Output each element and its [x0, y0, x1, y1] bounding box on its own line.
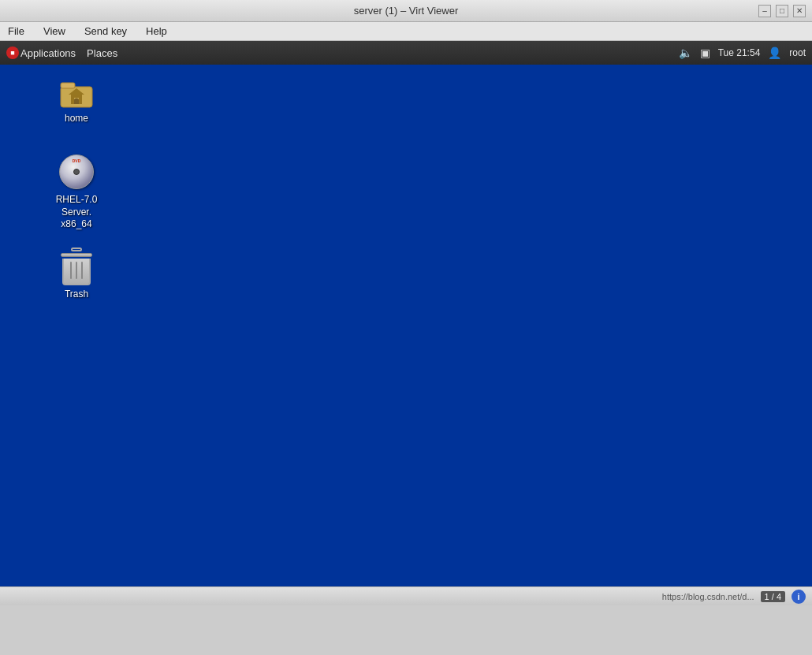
window-title: server (1) – Virt Viewer: [354, 5, 458, 17]
menu-send-key[interactable]: Send key: [81, 24, 130, 39]
desktop-icon-trash[interactable]: Trash: [45, 244, 108, 304]
svg-rect-1: [61, 83, 75, 88]
help-button[interactable]: i: [792, 590, 806, 604]
panel-right: 🔈 ▣ Tue 21:54 👤 root: [679, 47, 806, 59]
home-icon: [58, 72, 95, 110]
username: root: [789, 47, 806, 58]
user-icon[interactable]: 👤: [768, 47, 781, 59]
title-bar: server (1) – Virt Viewer – □ ✕: [0, 0, 812, 22]
gnome-panel: ■ Applications Places 🔈 ▣ Tue 21:54 👤 ro…: [0, 41, 812, 65]
clock: Tue 21:54: [718, 47, 761, 58]
menu-file[interactable]: File: [5, 24, 28, 39]
panel-left: ■ Applications Places: [6, 47, 117, 59]
maximize-button[interactable]: □: [776, 5, 788, 17]
dvd-icon-label: RHEL-7.0 Server. x86_64: [48, 194, 105, 231]
close-button[interactable]: ✕: [793, 5, 806, 17]
status-pages: 1 / 4: [761, 591, 785, 602]
places-menu[interactable]: Places: [87, 47, 117, 59]
desktop-icon-dvd[interactable]: DVD RHEL-7.0 Server. x86_64: [45, 150, 108, 234]
menu-help[interactable]: Help: [143, 24, 170, 39]
menu-view[interactable]: View: [40, 24, 69, 39]
volume-icon[interactable]: 🔈: [679, 47, 692, 59]
applications-label[interactable]: Applications: [20, 47, 76, 59]
dvd-icon: DVD: [58, 153, 95, 191]
network-icon[interactable]: ▣: [700, 47, 710, 59]
applications-menu[interactable]: ■ Applications: [6, 47, 76, 59]
trash-icon: [58, 247, 95, 285]
trash-icon-label: Trash: [65, 288, 88, 301]
window-controls: – □ ✕: [758, 5, 806, 17]
redhat-icon: ■: [6, 47, 19, 59]
status-bar: https://blog.csdn.net/d... 1 / 4 i: [0, 586, 812, 605]
desktop-icon-home[interactable]: home: [45, 69, 108, 128]
menu-bar: File View Send key Help: [0, 22, 812, 41]
status-url: https://blog.csdn.net/d...: [6, 592, 754, 601]
home-icon-label: home: [65, 113, 88, 125]
minimize-button[interactable]: –: [758, 5, 771, 17]
desktop: home DVD RHEL-7.0 Server. x86_64: [0, 65, 812, 586]
